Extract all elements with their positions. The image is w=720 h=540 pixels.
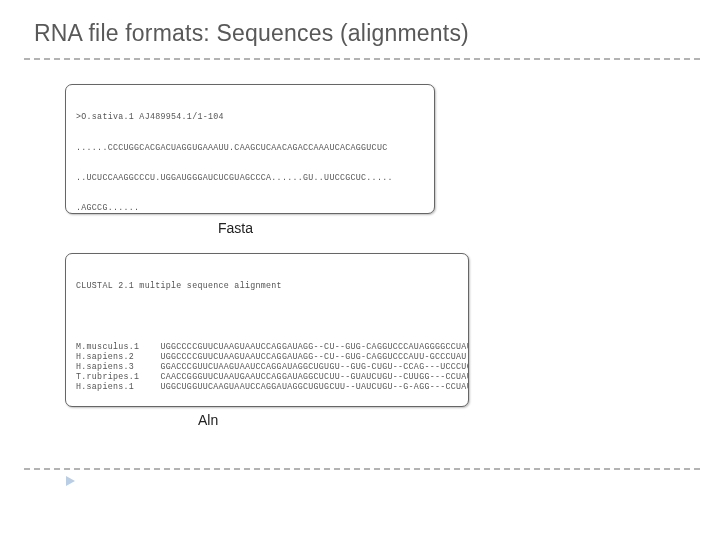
- fasta-caption: Fasta: [218, 220, 253, 236]
- divider-top: [24, 58, 700, 60]
- fasta-line: ......CCCUGGCACGACUAGGUGAAAUU.CAAGCUCAAC…: [76, 143, 424, 153]
- page-title: RNA file formats: Sequences (alignments): [34, 20, 700, 47]
- aln-header: CLUSTAL 2.1 multiple sequence alignment: [76, 281, 458, 291]
- fasta-line: >O.sativa.1 AJ489954.1/1-104: [76, 112, 424, 122]
- aln-row: M.musculus.1 UGGCCCCGUUCUAAGUAAUCCAGGAUA…: [76, 342, 458, 352]
- aln-row: H.sapiens.2 UGGCCCCGUUCUAAGUAAUCCAGGAUAG…: [76, 352, 458, 362]
- bullet-marker-icon: [66, 476, 75, 486]
- aln-row: H.sapiens.1 UGGCUGGUUCAAGUAAUCCAGGAUAGGC…: [76, 382, 458, 392]
- aln-row: T.rubripes.1 CAACCGGGUUCUAAUGAAUCCAGGAUA…: [76, 372, 458, 382]
- fasta-line: .AGCCG......: [76, 203, 424, 213]
- aln-box: CLUSTAL 2.1 multiple sequence alignment …: [65, 253, 469, 407]
- fasta-line: ..UCUCCAAGGCCCU.UGGAUGGGAUCUCGUAGCCCA...…: [76, 173, 424, 183]
- divider-bottom: [24, 468, 700, 470]
- aln-caption: Aln: [198, 412, 218, 428]
- aln-row: H.sapiens.3 GGACCCGUUCUAAGUAAUCCAGGAUAGG…: [76, 362, 458, 372]
- fasta-box: >O.sativa.1 AJ489954.1/1-104 ......CCCUG…: [65, 84, 435, 214]
